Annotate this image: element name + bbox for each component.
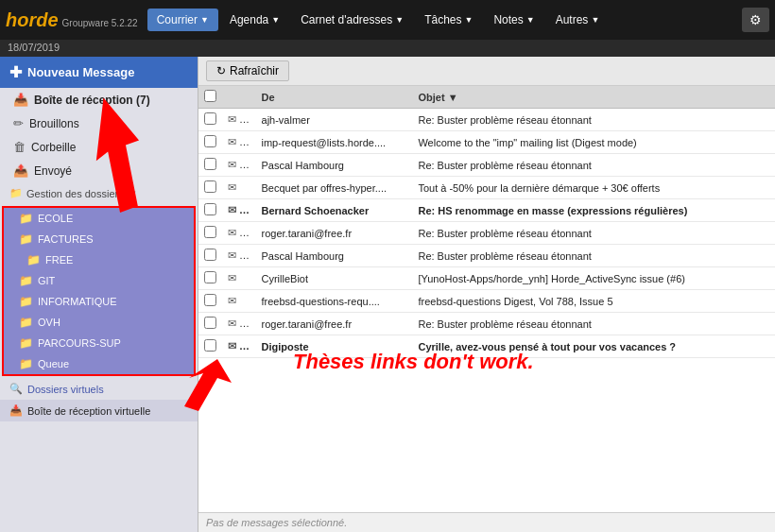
person-group-icon: 👥 bbox=[236, 249, 252, 261]
row-subject[interactable]: Welcome to the "imp" mailing list (Diges… bbox=[412, 131, 775, 154]
row-subject[interactable]: Re: Buster problème réseau étonnant bbox=[412, 245, 775, 267]
table-row[interactable]: ✉ 👤roger.tarani@free.frRe: Buster problè… bbox=[198, 313, 775, 335]
row-from[interactable]: CyrilleBiot bbox=[256, 267, 413, 290]
folder-icon-ovh: 📁 bbox=[19, 316, 33, 329]
refresh-button[interactable]: ↻ Rafraîchir bbox=[206, 60, 289, 81]
new-message-button[interactable]: ✚ Nouveau Message bbox=[0, 57, 198, 88]
table-row[interactable]: ✉ 👥ajh-valmerRe: Buster problème réseau … bbox=[198, 109, 775, 131]
table-row[interactable]: ✉ 👤DigiposteCyrille, avez-vous pensé à t… bbox=[198, 335, 775, 358]
row-from[interactable]: Digiposte bbox=[256, 335, 413, 358]
row-checkbox[interactable] bbox=[204, 339, 216, 352]
nav-notes[interactable]: Notes ▼ bbox=[484, 9, 543, 31]
main-layout: ✚ Nouveau Message 📥 Boîte de réception (… bbox=[0, 57, 775, 532]
folder-factures[interactable]: 📁 FACTURES bbox=[4, 229, 194, 249]
folder-icon-informatique: 📁 bbox=[19, 295, 33, 308]
topbar: horde Groupware 5.2.22 Courrier ▼ Agenda… bbox=[0, 0, 775, 40]
nav-notes-arrow: ▼ bbox=[526, 15, 535, 25]
row-checkbox[interactable] bbox=[204, 271, 216, 283]
row-icons: ✉ 👥 bbox=[222, 131, 256, 154]
folder-git[interactable]: 📁 GIT bbox=[4, 270, 194, 291]
row-subject[interactable]: [YunoHost-Apps/horde_ynh] Horde_ActiveSy… bbox=[412, 267, 775, 290]
row-checkbox[interactable] bbox=[204, 249, 216, 261]
nav-autres[interactable]: Autres ▼ bbox=[546, 9, 610, 31]
col-from[interactable]: De bbox=[256, 86, 413, 109]
folder-icon-free: 📁 bbox=[26, 253, 41, 266]
row-subject[interactable]: Re: HS renommage en masse (expressions r… bbox=[412, 199, 775, 222]
row-subject[interactable]: Re: Buster problème réseau étonnant bbox=[412, 109, 775, 131]
sidebar-trash[interactable]: 🗑 Corbeille bbox=[0, 135, 198, 159]
manage-folders-arrow: ▼ bbox=[128, 188, 138, 199]
row-checkbox[interactable] bbox=[204, 317, 216, 329]
row-icons: ✉ 👤 bbox=[222, 154, 256, 177]
group-icon: ✉ bbox=[228, 204, 236, 215]
virtual-inbox[interactable]: 📥 Boîte de réception virtuelle bbox=[0, 400, 198, 421]
row-checkbox[interactable] bbox=[204, 112, 216, 125]
row-checkbox[interactable] bbox=[204, 135, 216, 147]
email-list: De Objet ▼ ✉ 👥ajh-valmerRe: Buster probl… bbox=[198, 86, 775, 512]
col-subject[interactable]: Objet ▼ bbox=[412, 86, 775, 109]
table-row[interactable]: ✉ 👤Pascal HambourgRe: Buster problème ré… bbox=[198, 154, 775, 177]
row-from[interactable]: freebsd-questions-requ.... bbox=[256, 290, 413, 313]
row-subject[interactable]: freebsd-questions Digest, Vol 788, Issue… bbox=[412, 290, 775, 313]
folder-informatique[interactable]: 📁 INFORMATIQUE bbox=[4, 291, 194, 312]
row-from[interactable]: ajh-valmer bbox=[256, 109, 413, 131]
row-icons: ✉ 👥 bbox=[222, 222, 256, 245]
row-from[interactable]: imp-request@lists.horde.... bbox=[256, 131, 413, 154]
row-from[interactable]: Bernard Schoenacker bbox=[256, 199, 413, 222]
row-from[interactable]: Pascal Hambourg bbox=[256, 245, 413, 267]
toolbar: ↻ Rafraîchir bbox=[198, 57, 775, 86]
logo-area: horde Groupware 5.2.22 bbox=[6, 9, 138, 31]
row-subject[interactable]: Re: Buster problème réseau étonnant bbox=[412, 222, 775, 245]
select-all-checkbox[interactable] bbox=[204, 90, 216, 102]
table-row[interactable]: ✉CyrilleBiot[YunoHost-Apps/horde_ynh] Ho… bbox=[198, 267, 775, 290]
folder-free[interactable]: 📁 FREE bbox=[4, 249, 194, 270]
manage-folders-header[interactable]: 📁 Gestion des dossiers ▼ bbox=[0, 182, 198, 204]
row-subject[interactable]: Cyrille, avez-vous pensé à tout pour vos… bbox=[412, 335, 775, 358]
nav-taches-arrow: ▼ bbox=[464, 15, 473, 25]
col-checkbox bbox=[198, 86, 222, 109]
nav-agenda[interactable]: Agenda ▼ bbox=[220, 9, 289, 31]
row-subject[interactable]: Re: Buster problème réseau étonnant bbox=[412, 154, 775, 177]
plus-icon: ✚ bbox=[9, 63, 22, 81]
sidebar-drafts[interactable]: ✏ Brouillons bbox=[0, 112, 198, 135]
row-subject[interactable]: Re: Buster problème réseau étonnant bbox=[412, 313, 775, 335]
row-from[interactable]: roger.tarani@free.fr bbox=[256, 222, 413, 245]
sidebar-inbox[interactable]: 📥 Boîte de réception (7) bbox=[0, 88, 198, 112]
row-checkbox[interactable] bbox=[204, 203, 216, 215]
folder-queue[interactable]: 📁 Queue bbox=[4, 353, 194, 374]
row-from[interactable]: Pascal Hambourg bbox=[256, 154, 413, 177]
nav-courrier[interactable]: Courrier ▼ bbox=[147, 9, 218, 31]
table-row[interactable]: ✉ 👥Bernard SchoenackerRe: HS renommage e… bbox=[198, 199, 775, 222]
row-checkbox[interactable] bbox=[204, 294, 216, 306]
row-icons: ✉ 👤 bbox=[222, 313, 256, 335]
person-group-icon: 👥 bbox=[236, 136, 252, 147]
row-checkbox[interactable] bbox=[204, 158, 216, 170]
nav-autres-arrow: ▼ bbox=[591, 15, 599, 25]
row-from[interactable]: roger.tarani@free.fr bbox=[256, 313, 413, 335]
table-row[interactable]: ✉ 👥Pascal HambourgRe: Buster problème ré… bbox=[198, 245, 775, 267]
sidebar-sent[interactable]: 📤 Envoyé bbox=[0, 159, 198, 182]
nav-taches[interactable]: Tâches ▼ bbox=[415, 9, 482, 31]
row-icons: ✉ bbox=[222, 290, 256, 313]
row-checkbox[interactable] bbox=[204, 226, 216, 238]
folder-ovh[interactable]: 📁 OVH bbox=[4, 312, 194, 333]
new-message-label: Nouveau Message bbox=[27, 65, 134, 79]
virtual-folders-link[interactable]: 🔍 Dossiers virtuels bbox=[0, 378, 198, 400]
folder-parcours-sup[interactable]: 📁 PARCOURS-SUP bbox=[4, 333, 194, 353]
gear-button[interactable]: ⚙ bbox=[742, 8, 769, 32]
table-row[interactable]: ✉ 👥imp-request@lists.horde....Welcome to… bbox=[198, 131, 775, 154]
refresh-icon: ↻ bbox=[216, 64, 226, 77]
nav-carnet[interactable]: Carnet d'adresses ▼ bbox=[291, 9, 413, 31]
envelope-plain-icon: ✉ bbox=[228, 272, 236, 283]
row-from[interactable]: Becquet par offres-hyper.... bbox=[256, 177, 413, 199]
table-row[interactable]: ✉freebsd-questions-requ....freebsd-quest… bbox=[198, 290, 775, 313]
folder-icon-queue: 📁 bbox=[19, 357, 33, 370]
person-group-icon: 👥 bbox=[236, 113, 252, 125]
envelope-icon: ✉ bbox=[228, 159, 236, 170]
row-checkbox[interactable] bbox=[204, 180, 216, 193]
email-table: De Objet ▼ ✉ 👥ajh-valmerRe: Buster probl… bbox=[198, 86, 775, 358]
row-subject[interactable]: Tout à -50% pour la dernière démarque + … bbox=[412, 177, 775, 199]
folder-ecole[interactable]: 📁 ECOLE bbox=[4, 208, 194, 229]
table-row[interactable]: ✉Becquet par offres-hyper....Tout à -50%… bbox=[198, 177, 775, 199]
table-row[interactable]: ✉ 👥roger.tarani@free.frRe: Buster problè… bbox=[198, 222, 775, 245]
